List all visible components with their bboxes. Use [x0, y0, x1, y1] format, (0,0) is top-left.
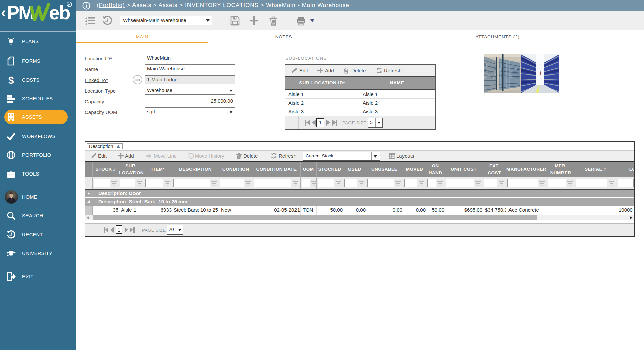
- svg-text:$: $: [8, 75, 14, 85]
- svg-text:PM: PM: [7, 2, 34, 23]
- svg-text:3: 3: [85, 22, 87, 26]
- svg-text:R: R: [68, 3, 71, 6]
- svg-text:eb: eb: [49, 2, 70, 23]
- svg-text:‹: ‹: [1, 4, 6, 20]
